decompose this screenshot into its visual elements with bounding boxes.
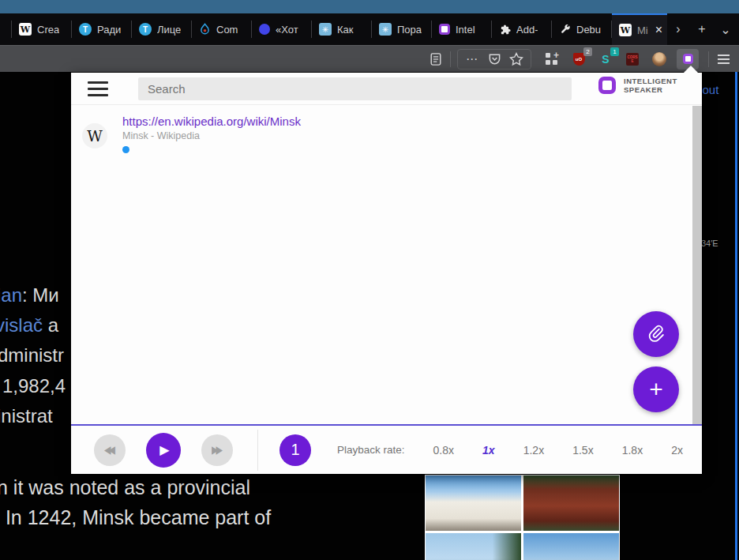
ublock-origin-icon[interactable]: uO 2 bbox=[571, 51, 587, 67]
intelligent-speaker-favicon bbox=[439, 24, 450, 35]
tab-blue-circle-hot[interactable]: «Хот bbox=[252, 13, 311, 45]
forward-icon: ▶▶ bbox=[212, 443, 223, 456]
add-fab-button[interactable]: + bbox=[633, 366, 679, 412]
play-icon: ▶ bbox=[157, 442, 169, 457]
tab-wikipedia-crea[interactable]: W Crea bbox=[12, 13, 71, 45]
tab-strip-controls: › + ⌄ bbox=[668, 13, 739, 45]
starburst-favicon: ✳ bbox=[319, 23, 332, 36]
unread-indicator-dot bbox=[122, 146, 129, 153]
tab-telegram-lice[interactable]: T Лице bbox=[132, 13, 191, 45]
blue-circle-favicon bbox=[259, 24, 270, 35]
page-text-line: 1,982,4 bbox=[2, 375, 66, 397]
close-tab-icon[interactable]: × bbox=[655, 24, 662, 36]
page-text: a bbox=[43, 314, 58, 336]
window-edge-accent bbox=[735, 72, 737, 560]
tab-addons[interactable]: Add- bbox=[492, 13, 551, 45]
popup-scrollbar[interactable] bbox=[692, 106, 702, 424]
intelligent-speaker-popup: INTELLIGENT SPEAKER W https://en.wikiped… bbox=[71, 73, 702, 474]
brand-line1: INTELLIGENT bbox=[624, 77, 677, 85]
montage-photo-church-white bbox=[426, 475, 521, 531]
tab-label: Com bbox=[216, 24, 238, 36]
page-text-line: inistrat bbox=[0, 405, 53, 427]
page-text-line: vislač a bbox=[0, 314, 58, 336]
wikipedia-favicon: W bbox=[82, 123, 107, 148]
bookmark-star-icon[interactable] bbox=[508, 51, 524, 67]
coordinates-fragment: 34′E bbox=[701, 239, 718, 248]
search-input[interactable] bbox=[138, 77, 572, 100]
tab-label: Add- bbox=[516, 24, 538, 36]
forward-button[interactable]: ▶▶ bbox=[201, 434, 233, 466]
page-paragraph-line: n it was noted as a provincial bbox=[0, 476, 250, 499]
tab-starburst-kak[interactable]: ✳ Как bbox=[312, 13, 371, 45]
new-tab-button[interactable]: + bbox=[692, 19, 712, 39]
page-actions-icon[interactable]: ⋯ bbox=[464, 51, 480, 67]
tab-intelligent-speaker[interactable]: Intel bbox=[432, 13, 491, 45]
montage-photo-church-red bbox=[523, 475, 619, 531]
extensions-plus-glyph: + bbox=[553, 50, 559, 61]
extensions-icon[interactable]: + bbox=[544, 51, 560, 67]
attach-fab-button[interactable] bbox=[633, 311, 679, 357]
play-button[interactable]: ▶ bbox=[146, 433, 181, 468]
tab-label: Crea bbox=[37, 24, 59, 36]
playback-rate-caption: Playback rate: bbox=[337, 444, 405, 456]
tab-label: Mi bbox=[637, 24, 650, 36]
scroll-tabs-right-icon[interactable]: › bbox=[668, 19, 688, 39]
rate-option-1x[interactable]: 1x bbox=[482, 444, 495, 457]
popup-menu-icon[interactable] bbox=[88, 81, 108, 96]
tab-label: Intel bbox=[456, 24, 475, 36]
tab-telegram-radi[interactable]: T Ради bbox=[72, 13, 131, 45]
navigation-toolbar: ⋯ + uO 2 S 1 CORS E bbox=[0, 45, 739, 72]
item-title: Minsk - Wikipedia bbox=[122, 130, 200, 141]
montage-photo-towers bbox=[523, 533, 619, 560]
tab-starburst-pora[interactable]: ✳ Пора bbox=[372, 13, 431, 45]
toolbar-separator bbox=[708, 51, 709, 67]
track-number-badge[interactable]: 1 bbox=[279, 434, 311, 466]
tab-flame-com[interactable]: Com bbox=[192, 13, 251, 45]
popup-anchor-caret bbox=[684, 66, 698, 73]
rewind-button[interactable]: ◀◀ bbox=[94, 434, 126, 466]
rate-option-1-8x[interactable]: 1.8x bbox=[622, 444, 643, 457]
page-link[interactable]: ian bbox=[0, 284, 22, 306]
page-link[interactable]: vislač bbox=[0, 314, 43, 336]
page-actions-group: ⋯ bbox=[457, 49, 531, 70]
list-all-tabs-icon[interactable]: ⌄ bbox=[715, 19, 736, 39]
telegram-favicon: T bbox=[79, 23, 92, 36]
browser-menu-icon[interactable] bbox=[715, 51, 731, 67]
pocket-icon[interactable] bbox=[486, 51, 502, 67]
stylus-badge: 1 bbox=[610, 47, 619, 56]
reader-mode-icon[interactable] bbox=[428, 51, 444, 67]
brand-line2: SPEAKER bbox=[624, 85, 662, 94]
intelligent-speaker-logo-icon bbox=[598, 77, 616, 94]
starburst-favicon: ✳ bbox=[379, 23, 392, 36]
playlist-item[interactable]: W https://en.wikipedia.org/wiki/Minsk Mi… bbox=[71, 111, 687, 159]
wikipedia-favicon: W bbox=[19, 23, 32, 36]
brand-name: INTELLIGENT SPEAKER bbox=[624, 77, 677, 94]
wrench-icon bbox=[559, 24, 571, 36]
stylus-icon[interactable]: S 1 bbox=[598, 51, 613, 67]
tab-label: Ради bbox=[97, 24, 121, 36]
cors-label: CORS E bbox=[626, 53, 639, 66]
tab-label: «Хот bbox=[276, 24, 298, 36]
browser-window: W Crea T Ради T Лице Com «Хот ✳ Как bbox=[0, 0, 739, 560]
playback-bar: ◀◀ ▶ ▶▶ 1 Playback rate: 0.8x 1x 1.2x 1.… bbox=[71, 424, 702, 474]
rate-option-1-5x[interactable]: 1.5x bbox=[572, 444, 593, 457]
ublock-badge: 2 bbox=[583, 47, 592, 56]
tab-label: Лице bbox=[157, 24, 181, 36]
rate-option-2x[interactable]: 2x bbox=[671, 444, 683, 457]
cors-everywhere-icon[interactable]: CORS E bbox=[625, 51, 640, 67]
page-text-line: ian: Ми bbox=[0, 284, 59, 306]
paperclip-icon bbox=[646, 324, 666, 344]
tab-debugging[interactable]: Debu bbox=[552, 13, 611, 45]
account-avatar[interactable] bbox=[651, 51, 667, 67]
rate-option-1-2x[interactable]: 1.2x bbox=[523, 444, 544, 457]
toolbar-separator bbox=[450, 51, 451, 67]
tab-label: Как bbox=[337, 24, 354, 36]
wikipedia-favicon: W bbox=[619, 24, 632, 36]
puzzle-icon bbox=[499, 24, 511, 36]
rate-option-0-8x[interactable]: 0.8x bbox=[433, 444, 454, 457]
page-paragraph-line: . In 1242, Minsk became part of bbox=[0, 506, 271, 529]
item-url-link[interactable]: https://en.wikipedia.org/wiki/Minsk bbox=[122, 115, 301, 128]
page-text: : Ми bbox=[22, 284, 59, 306]
tab-label: Debu bbox=[576, 24, 601, 36]
tab-minsk-active[interactable]: W Mi × bbox=[612, 13, 667, 45]
